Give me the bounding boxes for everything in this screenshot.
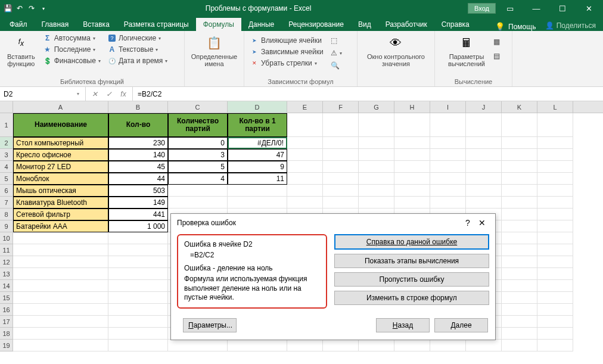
column-header-E[interactable]: E	[287, 101, 323, 113]
cell-parties[interactable]: 3	[168, 149, 228, 161]
recent-button[interactable]: Последние▾	[41, 44, 103, 55]
cell-result[interactable]: 47	[228, 149, 287, 161]
table-header[interactable]: Количество партий	[168, 113, 228, 137]
name-box[interactable]: ▾	[0, 87, 86, 101]
row-header-2[interactable]: 2	[0, 137, 13, 149]
insert-function-button[interactable]: fx Вставить функцию	[4, 33, 39, 69]
row-header-9[interactable]: 9	[0, 220, 13, 232]
edit-in-bar-button[interactable]: Изменить в строке формул	[334, 291, 489, 305]
text-button[interactable]: Текстовые▾	[105, 44, 170, 55]
show-steps-button[interactable]: Показать этапы вычисления	[334, 254, 489, 268]
ignore-error-button[interactable]: Пропустить ошибку	[334, 272, 489, 287]
cell-result[interactable]: 9	[228, 161, 287, 173]
dialog-help-button[interactable]: ?	[461, 218, 475, 228]
calc-now-button[interactable]: ▦	[491, 36, 502, 47]
datetime-button[interactable]: Дата и время▾	[105, 55, 170, 66]
row-header-19[interactable]: 19	[0, 340, 13, 351]
name-box-dropdown-icon[interactable]: ▾	[74, 91, 82, 97]
column-header-C[interactable]: C	[168, 101, 228, 113]
trace-dependents-button[interactable]: Зависимые ячейки	[248, 46, 326, 57]
tab-insert[interactable]: Вставка	[76, 18, 117, 31]
cell-qty[interactable]: 230	[108, 137, 168, 149]
column-header-A[interactable]: A	[13, 101, 108, 113]
show-formulas-button[interactable]: ⬚	[328, 35, 344, 46]
help-on-error-button[interactable]: Справка по данной ошибке	[334, 234, 489, 250]
cell-name[interactable]: Стол компьютерный	[13, 137, 108, 149]
column-header-H[interactable]: H	[394, 101, 430, 113]
cell-qty[interactable]: 1 000	[108, 220, 168, 232]
tab-view[interactable]: Вид	[351, 18, 378, 31]
row-header-17[interactable]: 17	[0, 316, 13, 328]
evaluate-formula-button[interactable]: 🔍	[328, 60, 344, 71]
close-button[interactable]: ✕	[577, 1, 601, 15]
row-header-6[interactable]: 6	[0, 185, 13, 197]
redo-icon[interactable]: ↷	[26, 3, 37, 14]
cell-qty[interactable]: 45	[108, 161, 168, 173]
tab-home[interactable]: Главная	[35, 18, 76, 31]
select-all-corner[interactable]	[0, 101, 13, 113]
row-header-11[interactable]: 11	[0, 244, 13, 256]
trace-precedents-button[interactable]: Влияющие ячейки	[248, 35, 326, 46]
calc-options-button[interactable]: 🖩 Параметры вычислений	[445, 33, 489, 69]
save-icon[interactable]: 💾	[2, 3, 13, 14]
tab-file[interactable]: Файл	[2, 18, 35, 31]
login-button[interactable]: Вход	[468, 3, 496, 14]
row-header-1[interactable]: 1	[0, 113, 13, 137]
table-header[interactable]: Наименование	[13, 113, 108, 137]
ribbon-display-icon[interactable]: ▭	[498, 1, 522, 15]
column-header-F[interactable]: F	[323, 101, 359, 113]
dialog-close-button[interactable]: ✕	[475, 218, 489, 228]
cancel-icon[interactable]: ✕	[91, 90, 99, 98]
cell-result[interactable]: #ДЕЛ/0!	[228, 137, 287, 149]
row-header-7[interactable]: 7	[0, 197, 13, 209]
formula-input[interactable]	[133, 90, 603, 98]
logical-button[interactable]: Логические▾	[105, 33, 170, 43]
tab-data[interactable]: Данные	[241, 18, 281, 31]
cell-qty[interactable]: 441	[108, 209, 168, 220]
next-button[interactable]: Далее	[434, 318, 488, 332]
tab-developer[interactable]: Разработчик	[378, 18, 434, 31]
tab-layout[interactable]: Разметка страницы	[117, 18, 196, 31]
autosum-button[interactable]: Автосумма▾	[41, 33, 103, 43]
options-button[interactable]: Параметры...	[183, 318, 237, 332]
cell-name[interactable]: Клавиатура Bluetooth	[13, 197, 108, 209]
cell-name[interactable]: Сетевой фильтр	[13, 209, 108, 220]
column-header-B[interactable]: B	[108, 101, 168, 113]
cell-result[interactable]: 11	[228, 173, 287, 185]
fx-small-icon[interactable]: fx	[119, 90, 128, 98]
cell-parties[interactable]: 4	[168, 173, 228, 185]
remove-arrows-button[interactable]: Убрать стрелки▾	[248, 58, 326, 69]
cell-qty[interactable]: 44	[108, 173, 168, 185]
row-header-18[interactable]: 18	[0, 328, 13, 340]
row-header-8[interactable]: 8	[0, 209, 13, 220]
row-header-15[interactable]: 15	[0, 292, 13, 304]
row-header-3[interactable]: 3	[0, 149, 13, 161]
row-header-4[interactable]: 4	[0, 161, 13, 173]
column-header-G[interactable]: G	[359, 101, 394, 113]
qat-dropdown-icon[interactable]: ▾	[38, 3, 49, 14]
previous-button[interactable]: Назад	[376, 318, 430, 332]
tab-formulas[interactable]: Формулы	[196, 18, 241, 31]
column-header-J[interactable]: J	[466, 101, 502, 113]
financial-button[interactable]: Финансовые▾	[41, 55, 103, 66]
defined-names-button[interactable]: 📋 Определенные имена	[188, 33, 240, 69]
cell-name[interactable]: Моноблок	[13, 173, 108, 185]
minimize-button[interactable]: —	[524, 1, 548, 15]
cell-parties[interactable]: 0	[168, 137, 228, 149]
row-header-10[interactable]: 10	[0, 232, 13, 244]
maximize-button[interactable]: ☐	[551, 1, 574, 15]
row-header-16[interactable]: 16	[0, 304, 13, 316]
undo-icon[interactable]: ↶	[14, 3, 25, 14]
cell-qty[interactable]: 503	[108, 185, 168, 197]
cell-qty[interactable]: 149	[108, 197, 168, 209]
cell-name[interactable]: Кресло офисное	[13, 149, 108, 161]
cell-name[interactable]: Батарейки AAA	[13, 220, 108, 232]
name-box-input[interactable]	[4, 90, 74, 98]
tab-review[interactable]: Рецензирование	[281, 18, 351, 31]
tell-me[interactable]: Помощь	[495, 22, 540, 31]
error-checking-button[interactable]: ⚠▾	[328, 48, 344, 58]
column-header-I[interactable]: I	[430, 101, 466, 113]
row-header-13[interactable]: 13	[0, 268, 13, 280]
cell-parties[interactable]: 5	[168, 161, 228, 173]
watch-window-button[interactable]: 👁 Окно контрольного значения	[363, 33, 428, 69]
